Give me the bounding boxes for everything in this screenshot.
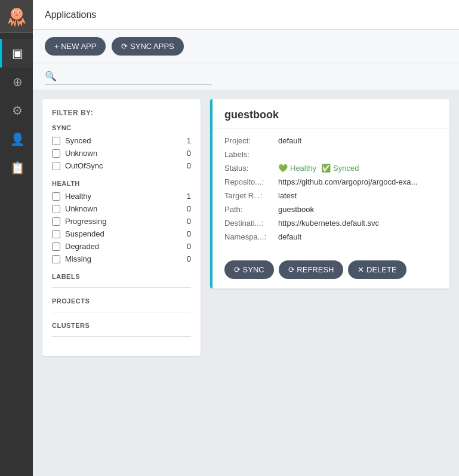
search-input[interactable] — [60, 72, 192, 81]
health-healthy-count: 1 — [187, 192, 191, 201]
refresh-button[interactable]: ⟳ REFRESH — [279, 260, 344, 279]
health-healthy-checkbox[interactable] — [52, 192, 60, 201]
projects-section: PROJECTS — [52, 297, 191, 312]
app-card-header: guestbook — [212, 99, 449, 129]
health-progressing-label: Progressing — [65, 217, 182, 226]
filter-row-progressing: Progressing 0 — [52, 217, 191, 226]
health-unknown-checkbox[interactable] — [52, 205, 60, 213]
app-field-status: Status: 💚 Healthy ✅ Synced — [224, 164, 438, 173]
sync-synced-checkbox[interactable] — [52, 137, 60, 145]
app-field-target: Target R...: latest — [224, 191, 438, 200]
filter-row-healthy: Healthy 1 — [52, 192, 191, 201]
search-area: 🔍 — [33, 63, 459, 90]
stack-icon: ⊕ — [13, 75, 23, 89]
new-app-button[interactable]: + NEW APP — [45, 37, 106, 56]
status-value: 💚 Healthy ✅ Synced — [278, 164, 438, 173]
sidebar-item-layers[interactable]: ⊕ — [0, 67, 33, 96]
svg-point-3 — [14, 11, 15, 13]
health-unknown-count: 0 — [187, 204, 191, 213]
app-field-destination: Destinati...: https://kubernetes.default… — [224, 219, 438, 228]
health-degraded-count: 0 — [187, 242, 191, 251]
app-field-namespace: Namespa...: default — [224, 232, 438, 241]
user-icon: 👤 — [10, 132, 25, 146]
projects-divider — [52, 312, 191, 312]
path-value: guestbook — [278, 205, 438, 214]
sync-unknown-checkbox[interactable] — [52, 149, 60, 158]
sync-button[interactable]: ⟳ SYNC — [224, 260, 274, 279]
labels-section: LABELS — [52, 273, 191, 288]
page-title: Applications — [45, 10, 96, 20]
app-card: guestbook Project: default Labels: — [210, 99, 449, 288]
delete-button[interactable]: ✕ DELETE — [348, 260, 406, 279]
repo-label: Reposito...: — [224, 177, 278, 186]
sync-apps-button[interactable]: ⟳ SYNC APPS — [112, 37, 183, 56]
health-missing-count: 0 — [187, 254, 191, 263]
sync-synced-count: 1 — [187, 136, 191, 145]
sync-outofsync-label: OutOfSync — [65, 161, 182, 170]
sidebar-item-docs[interactable]: 📋 — [0, 153, 33, 182]
health-section-title: HEALTH — [52, 180, 191, 187]
filter-row-degraded: Degraded 0 — [52, 242, 191, 251]
clusters-divider — [52, 336, 191, 337]
health-suspended-label: Suspended — [65, 229, 182, 238]
filter-card: FILTER BY: SYNC Synced 1 Unknown 0 — [42, 99, 201, 356]
health-degraded-checkbox[interactable] — [52, 242, 60, 251]
sidebar-item-apps[interactable]: ▣ — [0, 39, 33, 67]
check-icon: ✅ — [321, 164, 331, 173]
filter-row-unknown: Unknown 0 — [52, 149, 191, 158]
svg-point-4 — [19, 11, 20, 13]
sync-unknown-count: 0 — [187, 149, 191, 158]
app-card-body: Project: default Labels: Status: 💚 — [212, 129, 449, 253]
sidebar-item-user[interactable]: 👤 — [0, 125, 33, 153]
status-healthy-badge: 💚 Healthy — [278, 164, 316, 173]
layers-icon: ▣ — [12, 46, 23, 60]
sidebar-item-settings[interactable]: ⚙ — [0, 96, 33, 125]
health-degraded-label: Degraded — [65, 242, 182, 251]
main-content: Applications + NEW APP ⟳ SYNC APPS 🔍 FIL… — [33, 0, 459, 476]
health-progressing-checkbox[interactable] — [52, 217, 60, 226]
ns-value: default — [278, 232, 438, 241]
clusters-title: CLUSTERS — [52, 322, 191, 329]
project-label: Project: — [224, 136, 278, 145]
sync-unknown-label: Unknown — [65, 149, 182, 158]
app-field-labels: Labels: — [224, 150, 438, 159]
gear-icon: ⚙ — [12, 103, 23, 118]
app-field-path: Path: guestbook — [224, 205, 438, 214]
app-field-project: Project: default — [224, 136, 438, 145]
path-label: Path: — [224, 205, 278, 214]
health-suspended-checkbox[interactable] — [52, 230, 60, 238]
project-value: default — [278, 136, 438, 145]
health-missing-label: Missing — [65, 254, 182, 263]
sync-outofsync-checkbox[interactable] — [52, 162, 60, 170]
clusters-section: CLUSTERS — [52, 322, 191, 337]
sync-outofsync-count: 0 — [187, 161, 191, 170]
search-wrapper: 🔍 — [45, 70, 212, 85]
health-suspended-count: 0 — [187, 229, 191, 238]
svg-point-0 — [11, 8, 23, 20]
logo — [0, 0, 33, 33]
sidebar: ▣ ⊕ ⚙ 👤 📋 — [0, 0, 33, 476]
filter-row-synced: Synced 1 — [52, 136, 191, 145]
status-synced-badge: ✅ Synced — [321, 164, 359, 173]
content-wrapper: FILTER BY: SYNC Synced 1 Unknown 0 — [33, 90, 459, 476]
labels-label: Labels: — [224, 150, 278, 159]
dest-label: Destinati...: — [224, 219, 278, 228]
app-card-actions: ⟳ SYNC ⟳ REFRESH ✕ DELETE — [212, 253, 449, 288]
sync-section-title: SYNC — [52, 124, 191, 131]
filter-title: FILTER BY: — [52, 109, 191, 117]
health-missing-checkbox[interactable] — [52, 255, 60, 263]
filter-panel: FILTER BY: SYNC Synced 1 Unknown 0 — [42, 99, 201, 356]
filter-row-health-unknown: Unknown 0 — [52, 204, 191, 213]
labels-divider — [52, 287, 191, 288]
header: Applications — [33, 0, 459, 30]
health-section: HEALTH Healthy 1 Unknown 0 Progressing — [52, 180, 191, 263]
app-field-repo: Reposito...: https://github.com/argoproj… — [224, 177, 438, 186]
docs-icon: 📋 — [10, 161, 25, 175]
app-name: guestbook — [224, 109, 279, 121]
target-label: Target R...: — [224, 191, 278, 200]
target-value: latest — [278, 191, 438, 200]
search-icon: 🔍 — [45, 70, 57, 82]
filter-row-outofsync: OutOfSync 0 — [52, 161, 191, 170]
sync-section: SYNC Synced 1 Unknown 0 OutOfSync — [52, 124, 191, 170]
app-card-panel: guestbook Project: default Labels: — [210, 99, 449, 288]
